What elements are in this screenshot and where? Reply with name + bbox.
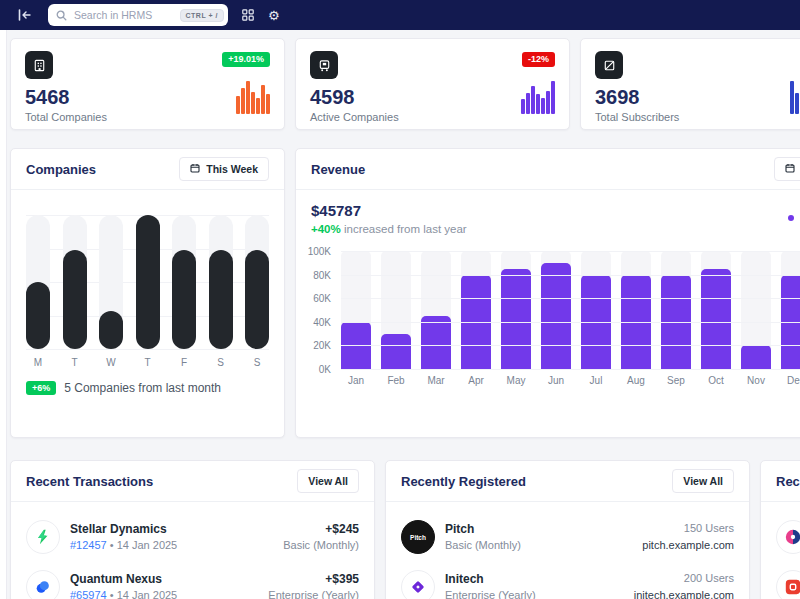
revenue-axis-label: Nov [741,375,771,386]
stat-card-active-companies: -12% 4598 Active Companies [295,38,570,130]
revenue-bar-column [501,251,531,369]
revenue-bar-column [461,251,491,369]
cutoff-row[interactable] [776,562,800,599]
revenue-bar-column [341,251,371,369]
cutoff-card-title: Rec [776,474,800,489]
this-week-filter-button[interactable]: This Week [179,157,269,181]
transaction-plan: Basic (Monthly) [283,539,359,552]
transaction-row[interactable]: Quantum Nexus #65974 • 14 Jan 2025 +$395… [26,562,359,599]
revenue-delta-text: increased from last year [344,223,467,235]
registered-domain[interactable]: pitch.example.com [642,539,734,552]
companies-icon [25,51,53,79]
companies-bar [172,250,196,349]
initech-logo [401,570,435,599]
settings-gear-icon[interactable]: ⚙ [268,8,280,23]
company-logo-2 [776,570,800,599]
stat-value: 5468 [25,86,270,108]
search-input[interactable] [72,8,180,22]
companies-bar-column [136,215,160,349]
search-box[interactable]: CTRL + / [48,4,228,26]
transaction-row[interactable]: Stellar Dynamics #12457 • 14 Jan 2025 +$… [26,512,359,562]
search-icon [56,10,67,21]
revenue-axis-label: Dec [781,375,800,386]
revenue-bar-column [381,251,411,369]
transaction-company-name: Stellar Dynamics [70,522,177,536]
companies-bar-column [99,215,123,349]
transactions-view-all-button[interactable]: View All [297,469,359,493]
revenue-title: Revenue [311,162,365,177]
calendar-icon [785,163,795,175]
revenue-chart-labels: JanFebMarAprMayJunJulAugSepOctNovDec [341,375,800,386]
active-companies-icon [310,51,338,79]
registered-view-all-button[interactable]: View All [672,469,734,493]
revenue-bar [501,269,531,369]
revenue-bar-column [741,251,771,369]
registered-header: Recently Registered View All [386,461,749,502]
revenue-bar [421,316,451,369]
revenue-bar-column [661,251,691,369]
companies-axis-label: S [245,357,269,368]
cutoff-card: Rec [760,460,800,599]
revenue-chart: 0K20K40K60K80K100K [341,251,800,369]
revenue-axis-label: Apr [461,375,491,386]
revenue-ytick: 60K [313,293,331,304]
revenue-card: Revenue $45787 +40% increased from last … [295,148,800,438]
cutoff-row[interactable] [776,512,800,562]
mini-chart-bar [246,81,250,114]
transactions-header: Recent Transactions View All [11,461,374,502]
stat-mini-chart [236,81,270,114]
transaction-company-name: Quantum Nexus [70,572,177,586]
revenue-axis-label: Sep [661,375,691,386]
stat-mini-chart [521,81,555,114]
transaction-plan: Enterprise (Yearly) [268,589,359,599]
revenue-ytick: 80K [313,269,331,280]
cutoff-card-header: Rec [761,461,800,502]
recent-transactions-card: Recent Transactions View All Stellar Dyn… [10,460,375,599]
companies-bar [26,282,50,349]
mini-chart-bar [261,85,265,114]
trend-badge: +19.01% [222,52,270,67]
stat-label: Total Subscribers [595,111,800,123]
companies-growth-badge: +6% [26,381,56,395]
grid-line [341,345,800,346]
registered-row[interactable]: Initech Enterprise (Yearly) 200 Users in… [401,562,734,599]
collapse-sidebar-icon[interactable] [18,9,32,21]
registered-domain[interactable]: initech.example.com [634,589,734,599]
transactions-rows: Stellar Dynamics #12457 • 14 Jan 2025 +$… [11,502,374,599]
companies-bar [99,311,123,349]
mini-chart-bar [541,98,545,114]
revenue-legend-dot [788,215,794,221]
mini-chart-bar [236,96,240,114]
mini-chart-bar [531,86,535,114]
companies-footer-text: 5 Companies from last month [64,381,221,395]
companies-axis-label: S [209,357,233,368]
grid-line [341,322,800,323]
companies-title: Companies [26,162,96,177]
subscribers-icon [595,51,623,79]
cutoff-card-rows [761,502,800,599]
stat-card-total-companies: +19.01% 5468 Total Companies [10,38,285,130]
companies-axis-label: M [26,357,50,368]
companies-card-header: Companies This Week [11,149,284,190]
grid-line [341,298,800,299]
trend-badge: -12% [522,52,555,67]
companies-bar-column [172,215,196,349]
revenue-axis-label: Jul [581,375,611,386]
keyboard-shortcut-badge: CTRL + / [180,9,224,22]
revenue-bar [381,334,411,369]
revenue-bar [701,269,731,369]
grid-line [341,251,800,252]
revenue-delta-line: +40% increased from last year [311,223,467,235]
mini-chart-bar [241,88,245,114]
registered-users: 200 Users [634,572,734,585]
apps-grid-icon[interactable] [242,9,254,21]
revenue-card-header: Revenue [296,149,800,190]
transaction-id[interactable]: #65974 [70,589,107,599]
transaction-id[interactable]: #12457 [70,539,107,551]
revenue-range-button[interactable] [774,157,800,181]
collapsed-sidebar-edge [0,30,7,599]
registered-row[interactable]: Pitch Pitch Basic (Monthly) 150 Users pi… [401,512,734,562]
companies-bar [245,250,269,349]
this-week-label: This Week [206,163,258,175]
revenue-bar-column [701,251,731,369]
